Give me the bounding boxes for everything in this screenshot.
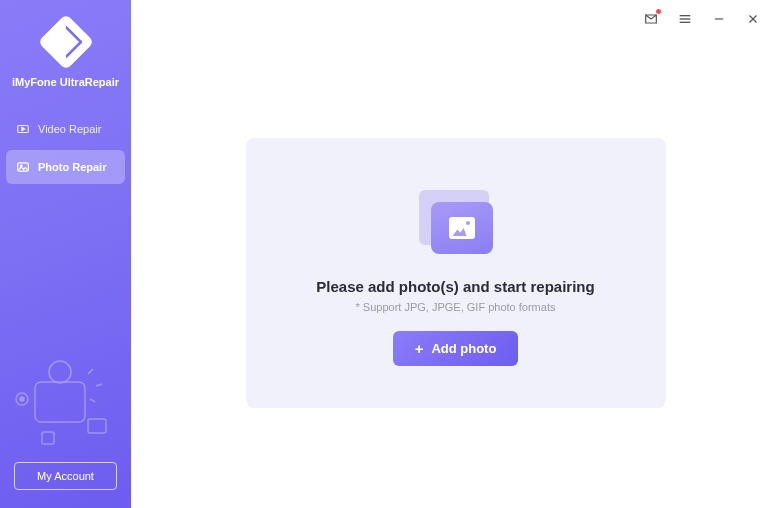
photo-icon [16, 160, 30, 174]
sidebar-item-video-repair[interactable]: Video Repair [6, 112, 125, 146]
drop-subtext: * Support JPG, JPGE, GIF photo formats [356, 301, 556, 313]
app-title: iMyFone UltraRepair [12, 76, 119, 88]
menu-button[interactable] [676, 10, 694, 28]
sidebar-nav: Video Repair Photo Repair [0, 106, 131, 190]
inbox-button[interactable] [642, 10, 660, 28]
sidebar: iMyFone UltraRepair Video Repair Photo R… [0, 0, 131, 508]
svg-rect-8 [88, 419, 106, 433]
main-area: Please add photo(s) and start repairing … [131, 0, 780, 508]
minimize-button[interactable] [710, 10, 728, 28]
svg-point-5 [20, 397, 24, 401]
decorative-illustration [0, 344, 131, 454]
photo-folder-icon [411, 180, 501, 260]
my-account-button[interactable]: My Account [14, 462, 117, 490]
sidebar-item-label: Video Repair [38, 123, 101, 135]
svg-rect-2 [18, 163, 29, 171]
logo-area: iMyFone UltraRepair [0, 0, 131, 106]
video-icon [16, 122, 30, 136]
add-photo-button[interactable]: + Add photo [393, 331, 519, 366]
sidebar-item-label: Photo Repair [38, 161, 106, 173]
sidebar-item-photo-repair[interactable]: Photo Repair [6, 150, 125, 184]
svg-rect-6 [35, 382, 85, 422]
plus-icon: + [415, 341, 424, 356]
drop-zone[interactable]: Please add photo(s) and start repairing … [246, 138, 666, 408]
svg-marker-1 [22, 127, 25, 131]
drop-headline: Please add photo(s) and start repairing [316, 278, 594, 295]
add-photo-label: Add photo [431, 341, 496, 356]
app-logo-icon [37, 14, 94, 71]
content: Please add photo(s) and start repairing … [131, 38, 780, 508]
close-button[interactable] [744, 10, 762, 28]
svg-rect-9 [42, 432, 54, 444]
svg-point-7 [49, 361, 71, 383]
titlebar [131, 0, 780, 38]
notification-dot-icon [656, 9, 661, 14]
